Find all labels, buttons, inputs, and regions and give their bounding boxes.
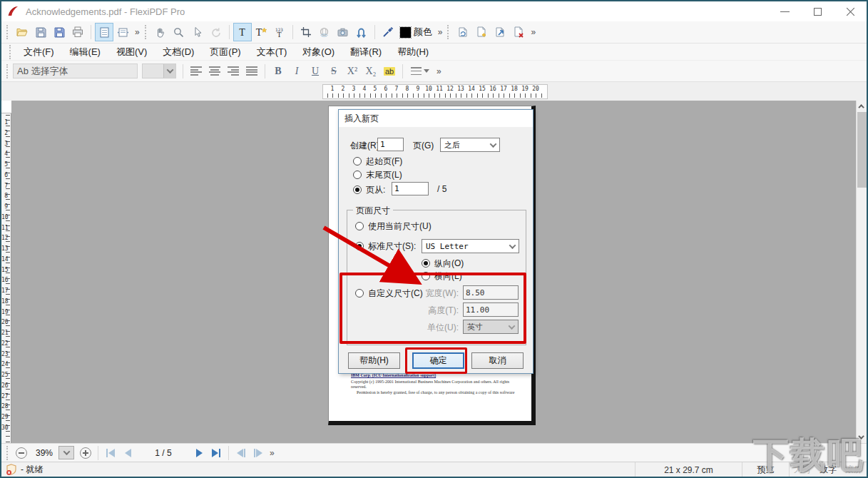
toolbar-grip[interactable]	[447, 25, 449, 39]
rotate-page-button[interactable]	[454, 23, 472, 41]
font-selector-input[interactable]: Ab 选择字体	[13, 63, 138, 78]
save-as-button[interactable]	[50, 23, 68, 41]
toolbar-grip[interactable]	[6, 446, 9, 460]
width-input[interactable]	[463, 285, 519, 300]
add-text-button[interactable]: T	[252, 23, 270, 41]
hand-tool-button[interactable]	[151, 23, 170, 41]
toolbar-overflow-button[interactable]: »	[267, 448, 277, 458]
toolbar-overflow-button[interactable]: »	[528, 27, 538, 37]
chevron-down-icon	[487, 138, 499, 151]
toolbar-overflow-button[interactable]: »	[434, 66, 444, 76]
standard-size-radio[interactable]	[355, 242, 364, 250]
v-ruler-number: 24	[1, 361, 8, 367]
custom-size-radio[interactable]	[355, 289, 364, 298]
create-label: 创建(R)	[350, 140, 379, 152]
select-tool-button[interactable]	[188, 23, 207, 41]
bold-button[interactable]: B	[269, 62, 287, 81]
align-justify-button[interactable]	[242, 62, 261, 81]
help-button[interactable]: 帮助(H)	[348, 352, 400, 369]
toolbar-grip[interactable]	[6, 64, 9, 78]
italic-button[interactable]: I	[287, 62, 306, 81]
v-ruler-number: 9	[1, 203, 8, 210]
continuous-view-button[interactable]	[113, 23, 132, 41]
maximize-button[interactable]	[801, 1, 834, 21]
menu-document[interactable]: 文档(D)	[155, 44, 202, 61]
print-button[interactable]	[68, 23, 87, 41]
superscript-button[interactable]: X²	[343, 62, 362, 81]
subscript-button[interactable]: X₂	[362, 62, 380, 81]
scroll-up-button[interactable]	[857, 101, 867, 112]
menu-translate[interactable]: 翻译(R)	[342, 44, 389, 61]
snapshot-button[interactable]	[334, 23, 352, 41]
eyedropper-button[interactable]	[379, 23, 397, 41]
landscape-radio[interactable]	[422, 272, 430, 280]
menu-page[interactable]: 页面(P)	[202, 44, 248, 61]
underline-button[interactable]: U	[306, 62, 325, 81]
dialog-title[interactable]: 插入新页	[339, 110, 533, 127]
strikethrough-button[interactable]: S	[325, 62, 343, 81]
scroll-down-button[interactable]	[857, 432, 867, 443]
menu-edit[interactable]: 编辑(E)	[62, 44, 108, 61]
toolbar-grip[interactable]	[9, 45, 11, 59]
forward-icon	[256, 449, 262, 457]
edit-text-button[interactable]: T	[233, 23, 252, 41]
standard-size-dropdown[interactable]: US Letter	[422, 239, 519, 253]
color-picker-button[interactable]: 颜色	[397, 23, 435, 41]
text-numbering-button[interactable]: 123T	[270, 23, 289, 41]
use-current-size-radio[interactable]	[355, 222, 364, 230]
extract-page-button[interactable]	[491, 23, 509, 41]
zoom-dropdown[interactable]	[58, 446, 74, 459]
page-from-radio[interactable]	[353, 185, 362, 194]
menu-text[interactable]: 文本(T)	[249, 44, 295, 61]
create-count-input[interactable]	[377, 138, 404, 151]
first-page-button[interactable]	[102, 446, 119, 460]
previous-page-button[interactable]	[119, 446, 136, 460]
align-left-button[interactable]	[187, 62, 205, 81]
toolbar-overflow-button[interactable]: »	[435, 27, 446, 37]
crop-tool-button[interactable]	[297, 23, 315, 41]
line-spacing-button[interactable]	[407, 62, 434, 81]
save-button[interactable]	[31, 23, 50, 41]
cancel-button[interactable]: 取消	[471, 352, 524, 369]
toolbar-grip[interactable]	[6, 25, 9, 39]
align-center-button[interactable]	[205, 62, 224, 81]
scrollbar-thumb[interactable]	[857, 112, 867, 188]
view-back-button[interactable]	[233, 446, 250, 460]
zoom-in-button[interactable]	[80, 447, 91, 459]
page-from-input[interactable]	[392, 182, 429, 195]
vertical-scrollbar[interactable]	[856, 101, 867, 443]
align-right-button[interactable]	[224, 62, 242, 81]
close-button[interactable]	[834, 1, 867, 21]
ok-button[interactable]: 确定	[412, 352, 464, 369]
open-button[interactable]	[13, 23, 31, 41]
toolbar-grip[interactable]	[145, 25, 147, 39]
first-page-radio[interactable]	[353, 157, 362, 166]
insert-page-button[interactable]	[472, 23, 491, 41]
height-input[interactable]	[463, 302, 519, 317]
view-forward-button[interactable]	[250, 446, 267, 460]
delete-page-button[interactable]	[509, 23, 528, 41]
zoom-out-button[interactable]	[16, 447, 27, 459]
menu-help[interactable]: 帮助(H)	[389, 44, 436, 61]
format-toolbar: Ab 选择字体 B I U S X² X₂ ab »	[1, 61, 867, 82]
highlight-button[interactable]: ab	[380, 62, 399, 81]
portrait-radio[interactable]	[422, 259, 430, 268]
reflow-button[interactable]	[352, 23, 371, 41]
last-page-radio[interactable]	[353, 171, 362, 179]
position-dropdown[interactable]: 之后	[440, 138, 500, 152]
font-size-combo[interactable]	[142, 63, 176, 78]
single-page-view-button[interactable]	[95, 23, 113, 41]
web-link-button[interactable]	[315, 23, 334, 41]
menu-file[interactable]: 文件(F)	[16, 44, 62, 61]
unit-dropdown[interactable]: 英寸	[463, 320, 519, 334]
cursor-icon	[192, 26, 203, 38]
menu-object[interactable]: 对象(O)	[295, 44, 342, 61]
last-page-button[interactable]	[208, 446, 225, 460]
toolbar-overflow-button[interactable]: »	[132, 27, 143, 37]
menu-view[interactable]: 视图(V)	[108, 44, 155, 61]
preview-mode-indicator[interactable]: 预览	[742, 462, 789, 477]
undo-button[interactable]	[207, 23, 225, 41]
minimize-button[interactable]	[768, 1, 801, 21]
zoom-tool-button[interactable]	[170, 23, 188, 41]
next-page-button[interactable]	[190, 446, 208, 460]
